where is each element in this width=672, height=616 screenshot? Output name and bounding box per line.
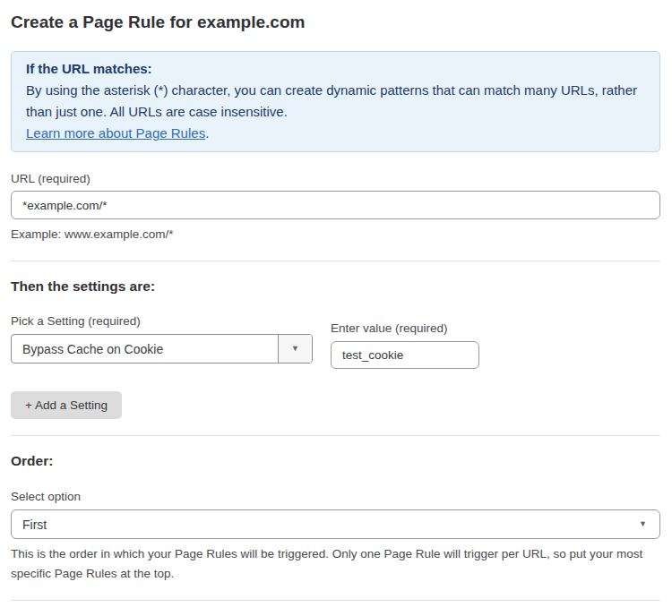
link-suffix: .: [205, 125, 209, 141]
enter-value-column: Enter value (required): [331, 313, 479, 369]
url-input[interactable]: [11, 191, 660, 219]
setting-select-arrow-button[interactable]: ▼: [278, 335, 312, 363]
caret-down-icon: ▼: [291, 345, 299, 353]
create-page-rule-form: Create a Page Rule for example.com If th…: [0, 12, 672, 616]
url-example-hint: Example: www.example.com/*: [11, 225, 660, 244]
learn-more-link[interactable]: Learn more about Page Rules: [26, 125, 205, 141]
order-select-value: First: [22, 518, 47, 532]
setting-select[interactable]: Bypass Cache on Cookie ▼: [11, 334, 313, 364]
page-title: Create a Page Rule for example.com: [11, 12, 660, 33]
pick-setting-column: Pick a Setting (required) Bypass Cache o…: [11, 313, 313, 369]
divider: [11, 435, 660, 436]
info-box-body: By using the asterisk (*) character, you…: [26, 80, 645, 123]
info-box-heading: If the URL matches:: [26, 58, 645, 80]
setting-value-input[interactable]: [331, 341, 479, 369]
url-field-label: URL (required): [11, 171, 660, 186]
url-matches-info-box: If the URL matches: By using the asteris…: [11, 51, 660, 152]
enter-value-label: Enter value (required): [331, 321, 479, 336]
pick-setting-label: Pick a Setting (required): [11, 313, 313, 329]
divider: [11, 600, 660, 601]
order-select-label: Select option: [11, 489, 660, 504]
order-hint: This is the order in which your Page Rul…: [11, 544, 660, 584]
divider: [11, 261, 660, 261]
order-select[interactable]: First ▼: [11, 509, 660, 539]
settings-row: Pick a Setting (required) Bypass Cache o…: [11, 313, 660, 369]
add-setting-button[interactable]: + Add a Setting: [11, 391, 122, 419]
settings-section-heading: Then the settings are:: [11, 278, 660, 295]
caret-down-icon: ▼: [639, 520, 647, 528]
info-box-link-line: Learn more about Page Rules.: [26, 123, 645, 144]
setting-select-value: Bypass Cache on Cookie: [12, 335, 278, 363]
order-section-heading: Order:: [11, 453, 660, 469]
